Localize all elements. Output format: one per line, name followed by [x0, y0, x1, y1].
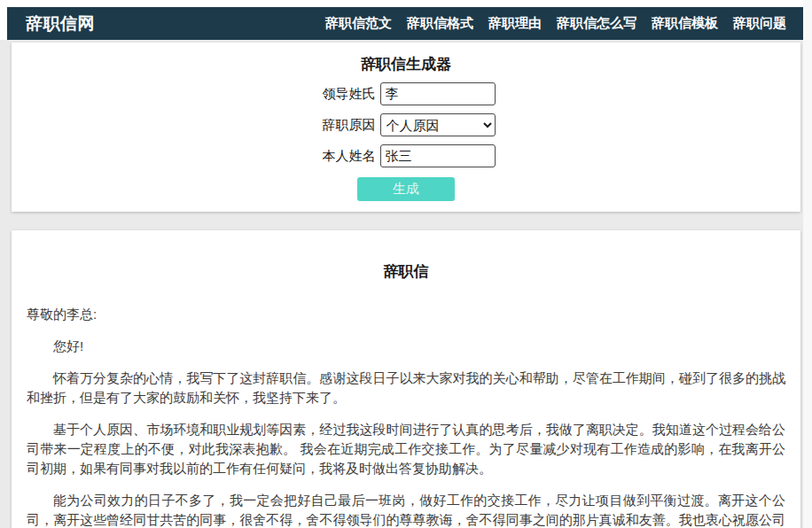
letter-salutation: 尊敬的李总:: [27, 305, 785, 324]
own-name-row: 本人姓名: [12, 144, 800, 167]
resign-reason-row: 辞职原因 个人原因: [12, 113, 800, 136]
letter-greeting: 您好!: [27, 337, 785, 356]
nav-link-sample-letters[interactable]: 辞职信范文: [325, 15, 392, 32]
resign-reason-select[interactable]: 个人原因: [380, 113, 496, 136]
generator-title: 辞职信生成器: [12, 54, 800, 74]
generate-button[interactable]: 生成: [357, 177, 455, 201]
own-name-label: 本人姓名: [317, 148, 376, 165]
main-area: 辞职信生成器 领导姓氏 辞职原因 个人原因 本人姓名 生成 辞职信 尊敬的李总:…: [0, 40, 803, 528]
leader-surname-row: 领导姓氏: [12, 82, 800, 105]
top-navbar: 辞职信网 辞职信范文 辞职信格式 辞职理由 辞职信怎么写 辞职信模板 辞职问题: [7, 7, 803, 40]
letter-paragraph-3: 能为公司效力的日子不多了，我一定会把好自己最后一班岗，做好工作的交接工作，尽力让…: [27, 491, 785, 528]
leader-surname-input[interactable]: [380, 82, 496, 105]
site-logo[interactable]: 辞职信网: [26, 12, 95, 35]
letter-paragraph-1: 怀着万分复杂的心情，我写下了这封辞职信。感谢这段日子以来大家对我的关心和帮助，尽…: [27, 369, 785, 408]
own-name-input[interactable]: [380, 144, 496, 167]
nav-link-resign-questions[interactable]: 辞职问题: [733, 15, 786, 32]
letter-paragraph-2: 基于个人原因、市场环境和职业规划等因素，经过我这段时间进行了认真的思考后，我做了…: [27, 420, 785, 478]
nav-links: 辞职信范文 辞职信格式 辞职理由 辞职信怎么写 辞职信模板 辞职问题: [325, 15, 786, 32]
nav-link-letter-format[interactable]: 辞职信格式: [407, 15, 473, 32]
leader-surname-label: 领导姓氏: [317, 86, 376, 103]
nav-link-letter-templates[interactable]: 辞职信模板: [652, 15, 718, 32]
generator-card: 辞职信生成器 领导姓氏 辞职原因 个人原因 本人姓名 生成: [12, 43, 800, 212]
letter-card: 辞职信 尊敬的李总: 您好! 怀着万分复杂的心情，我写下了这封辞职信。感谢这段日…: [12, 230, 800, 528]
nav-link-how-to-write[interactable]: 辞职信怎么写: [557, 15, 636, 32]
letter-title: 辞职信: [27, 261, 785, 282]
generate-button-row: 生成: [12, 177, 800, 201]
scrollbar-track[interactable]: [803, 0, 812, 528]
nav-link-resign-reasons[interactable]: 辞职理由: [488, 15, 542, 32]
resign-reason-label: 辞职原因: [317, 117, 376, 134]
